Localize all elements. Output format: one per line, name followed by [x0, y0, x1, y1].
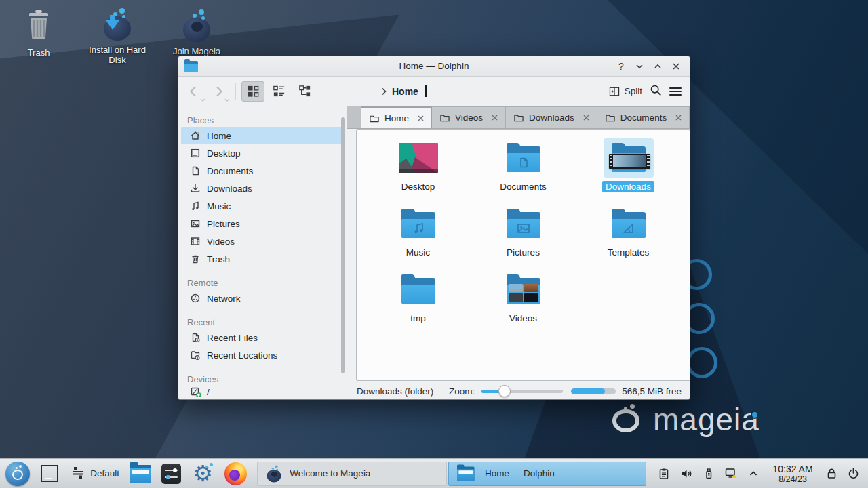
- zoom-slider-handle[interactable]: [498, 385, 511, 397]
- tab-bar: Home Videos: [347, 106, 690, 129]
- sidebar-item-recent-locations[interactable]: Recent Locations: [181, 346, 344, 364]
- sidebar-item-desktop[interactable]: Desktop: [181, 144, 344, 162]
- firefox-launcher[interactable]: [224, 462, 248, 485]
- task-welcome-to-mageia[interactable]: Welcome to Mageia: [257, 462, 447, 486]
- sidebar-item-downloads[interactable]: Downloads: [181, 180, 344, 197]
- tab-downloads[interactable]: Downloads: [506, 106, 597, 128]
- sidebar-item-root[interactable]: /: [181, 386, 344, 399]
- sidebar-item-music[interactable]: Music: [181, 197, 344, 215]
- folder-view[interactable]: Desktop Documents: [356, 129, 690, 381]
- maximize-button[interactable]: [652, 60, 664, 73]
- file-label-selected: Downloads: [602, 181, 654, 192]
- text-caret: [425, 85, 427, 97]
- tab-videos[interactable]: Videos: [432, 106, 506, 128]
- file-label: Videos: [506, 312, 540, 324]
- file-videos[interactable]: Videos: [471, 270, 576, 336]
- split-label: Split: [625, 86, 642, 96]
- power-icon[interactable]: [846, 467, 860, 481]
- mageia-wallpaper-logo: mageia: [612, 401, 760, 438]
- task-label: Welcome to Mageia: [290, 468, 370, 479]
- sidebar-item-label: Downloads: [207, 184, 252, 194]
- desktop-icon-install[interactable]: Install on Hard Disk: [82, 3, 153, 65]
- clipboard-tray-icon[interactable]: [657, 467, 671, 481]
- network-icon: [190, 293, 201, 304]
- icons-view-button[interactable]: [241, 81, 264, 102]
- sidebar-scrollbar[interactable]: [341, 117, 345, 373]
- selection-info: Downloads (folder): [357, 386, 433, 396]
- expand-tray-chevron-icon[interactable]: [747, 467, 760, 481]
- file-desktop[interactable]: Desktop: [366, 138, 471, 204]
- toolbar-separator: [235, 83, 236, 100]
- forward-button[interactable]: [210, 83, 227, 100]
- breadcrumb-home[interactable]: Home: [392, 86, 418, 97]
- desktop-icon-label: Install on Hard Disk: [82, 45, 153, 65]
- sidebar-item-recent-files[interactable]: Recent Files: [181, 329, 344, 346]
- file-templates[interactable]: Templates: [576, 204, 681, 270]
- tab-close-icon[interactable]: [491, 114, 498, 121]
- dolphin-launcher[interactable]: [130, 465, 151, 483]
- trash-icon: [3, 5, 74, 43]
- main-pane: Home Videos: [347, 106, 690, 399]
- sidebar-item-videos[interactable]: Videos: [181, 232, 344, 250]
- clock-time: 10:32 AM: [768, 464, 816, 474]
- sidebar-item-label: Network: [207, 293, 241, 304]
- activities-icon[interactable]: [71, 465, 85, 483]
- places-header: Places: [178, 113, 347, 127]
- file-pictures[interactable]: Pictures: [471, 204, 576, 270]
- close-button[interactable]: [670, 60, 682, 73]
- search-button[interactable]: [649, 83, 663, 100]
- help-button[interactable]: ?: [615, 60, 627, 73]
- wallpaper-circle: [686, 347, 717, 378]
- film-icon: [190, 236, 201, 247]
- removable-device-tray-icon[interactable]: [702, 467, 715, 481]
- back-button[interactable]: [185, 83, 203, 100]
- activity-label[interactable]: Default: [90, 468, 119, 479]
- sidebar-item-trash[interactable]: Trash: [181, 250, 344, 268]
- file-label: Pictures: [503, 247, 543, 258]
- document-icon: [190, 165, 201, 176]
- picture-icon: [190, 218, 201, 229]
- tab-close-icon[interactable]: [675, 114, 682, 121]
- sidebar-item-network[interactable]: Network: [181, 289, 344, 307]
- zoom-slider[interactable]: [481, 385, 563, 397]
- menu-button[interactable]: [669, 87, 682, 96]
- desktop-icon-trash[interactable]: Trash: [3, 5, 74, 58]
- file-tmp[interactable]: tmp: [366, 270, 471, 336]
- folder-downloads-icon: [610, 143, 647, 174]
- tab-close-icon[interactable]: [583, 114, 590, 121]
- recent-header: Recent: [178, 315, 347, 329]
- sidebar-item-pictures[interactable]: Pictures: [181, 215, 344, 232]
- tab-home[interactable]: Home: [361, 106, 432, 128]
- sidebar-item-label: Recent Locations: [207, 350, 277, 361]
- control-center-launcher[interactable]: ⚙: [191, 462, 214, 485]
- sidebar-item-home[interactable]: Home: [181, 127, 344, 144]
- mageia-cauldron-logo-icon: [612, 405, 644, 434]
- volume-tray-icon[interactable]: [679, 467, 693, 481]
- desktop-icon-join[interactable]: Join Mageia: [161, 4, 232, 56]
- zoom-label: Zoom:: [449, 386, 475, 396]
- minimize-button[interactable]: [633, 60, 646, 73]
- file-documents[interactable]: Documents: [471, 138, 576, 204]
- lock-screen-icon[interactable]: [825, 467, 839, 481]
- titlebar[interactable]: Home — Dolphin ?: [178, 56, 690, 77]
- virtual-desktop-pager[interactable]: [41, 465, 58, 482]
- system-settings-launcher[interactable]: [161, 464, 182, 484]
- tree-view-button[interactable]: [293, 81, 316, 102]
- tab-documents[interactable]: Documents: [597, 106, 690, 128]
- details-view-button[interactable]: [267, 81, 290, 102]
- welcome-app-icon: [266, 466, 275, 481]
- application-menu-button[interactable]: [5, 462, 30, 486]
- file-downloads[interactable]: Downloads: [576, 138, 681, 204]
- network-tray-icon[interactable]: [724, 467, 738, 481]
- tab-close-icon[interactable]: [417, 115, 425, 122]
- sidebar-item-documents[interactable]: Documents: [181, 162, 344, 180]
- file-music[interactable]: Music: [366, 204, 471, 270]
- digital-clock[interactable]: 10:32 AM 8/24/23: [768, 464, 816, 484]
- file-label: tmp: [407, 312, 429, 324]
- sidebar-item-label: Trash: [207, 254, 230, 264]
- location-breadcrumb[interactable]: Home: [381, 85, 427, 97]
- tab-label: Documents: [620, 113, 667, 123]
- task-home-dolphin[interactable]: Home — Dolphin: [448, 462, 646, 486]
- split-button[interactable]: Split: [608, 85, 642, 98]
- window-title: Home — Dolphin: [178, 61, 690, 71]
